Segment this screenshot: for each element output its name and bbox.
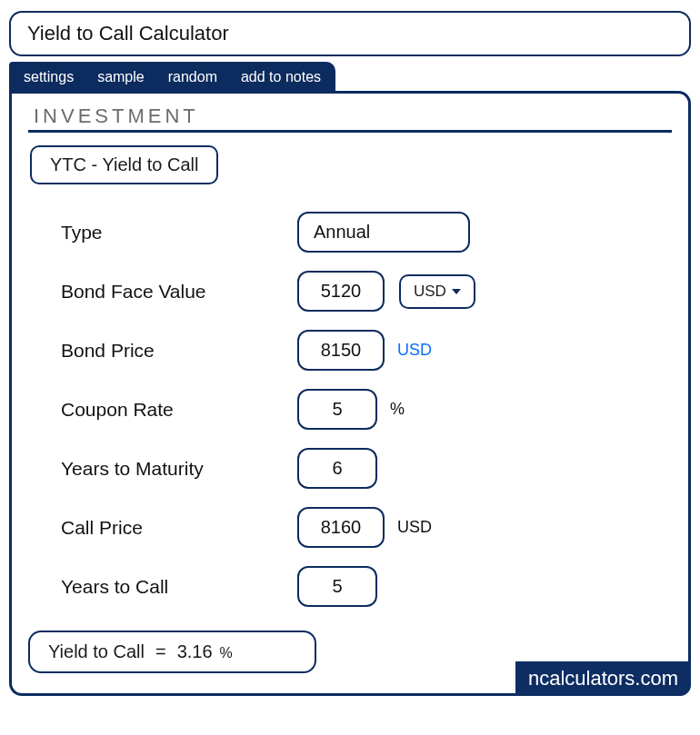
label-call-price: Call Price bbox=[61, 517, 297, 539]
row-call-price: Call Price 8160 USD bbox=[28, 507, 672, 548]
tab-sample[interactable]: sample bbox=[97, 69, 145, 85]
row-bond-price: Bond Price 8150 USD bbox=[28, 330, 672, 371]
row-face-value: Bond Face Value 5120 USD bbox=[28, 271, 672, 312]
input-type[interactable]: Annual bbox=[297, 212, 470, 253]
label-face-value: Bond Face Value bbox=[61, 281, 297, 303]
tab-random[interactable]: random bbox=[168, 69, 217, 85]
calculator-panel: INVESTMENT YTC - Yield to Call Type Annu… bbox=[9, 91, 691, 696]
unit-coupon-rate: % bbox=[390, 400, 405, 419]
currency-label: USD bbox=[414, 283, 446, 301]
label-years-call: Years to Call bbox=[61, 576, 297, 598]
result-equals: = bbox=[152, 641, 170, 662]
subheader: YTC - Yield to Call bbox=[30, 145, 218, 184]
input-years-call[interactable]: 5 bbox=[297, 566, 377, 607]
result-value: 3.16 bbox=[177, 641, 213, 662]
unit-call-price: USD bbox=[397, 518, 432, 537]
input-coupon-rate[interactable]: 5 bbox=[297, 389, 377, 430]
chevron-down-icon bbox=[452, 289, 461, 294]
row-coupon-rate: Coupon Rate 5 % bbox=[28, 389, 672, 430]
label-type: Type bbox=[61, 222, 297, 243]
result-unit: % bbox=[220, 645, 233, 661]
input-call-price[interactable]: 8160 bbox=[297, 507, 385, 548]
currency-dropdown[interactable]: USD bbox=[399, 274, 475, 309]
input-years-maturity[interactable]: 6 bbox=[297, 448, 377, 489]
row-type: Type Annual bbox=[28, 212, 672, 253]
section-header: INVESTMENT bbox=[28, 101, 672, 133]
tab-bar: settings sample random add to notes bbox=[9, 62, 335, 93]
row-years-maturity: Years to Maturity 6 bbox=[28, 448, 672, 489]
unit-bond-price: USD bbox=[397, 341, 432, 360]
result-box: Yield to Call = 3.16 % bbox=[28, 631, 316, 673]
input-bond-price[interactable]: 8150 bbox=[297, 330, 385, 371]
label-years-maturity: Years to Maturity bbox=[61, 458, 297, 480]
tab-settings[interactable]: settings bbox=[24, 69, 74, 85]
result-label: Yield to Call bbox=[48, 641, 145, 662]
tab-add-notes[interactable]: add to notes bbox=[241, 69, 321, 85]
label-bond-price: Bond Price bbox=[61, 340, 297, 362]
row-years-call: Years to Call 5 bbox=[28, 566, 672, 607]
page-title: Yield to Call Calculator bbox=[9, 11, 691, 56]
watermark: ncalculators.com bbox=[515, 661, 691, 696]
input-face-value[interactable]: 5120 bbox=[297, 271, 385, 312]
label-coupon-rate: Coupon Rate bbox=[61, 399, 297, 421]
